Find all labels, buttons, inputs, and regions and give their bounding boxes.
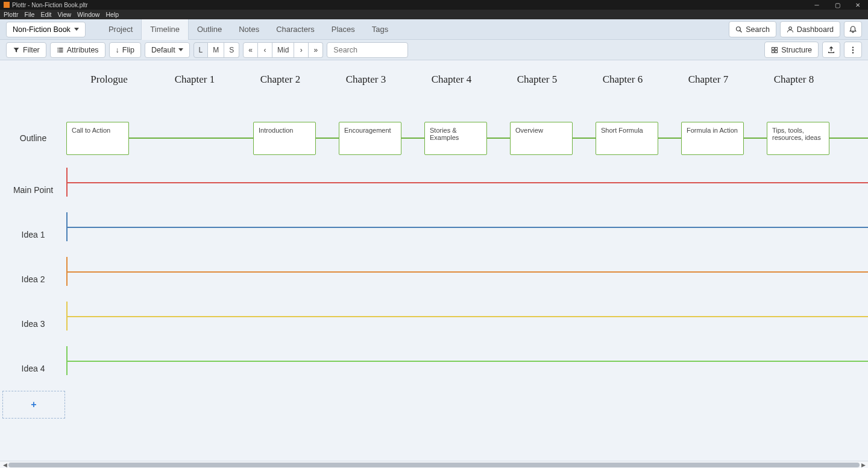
add-plotline-button[interactable]: + [2,391,65,419]
svg-rect-9 [772,47,775,49]
plus-icon: + [31,399,36,410]
card-call-to-action[interactable]: Call to Action [66,122,129,155]
caret-down-icon [178,48,183,51]
book-dropdown[interactable]: Non-Fiction Book [6,22,86,37]
row-outline: Outline Introduction Encouragement Stori… [0,116,868,160]
row-idea-2: Idea 2 [0,257,868,302]
card-encouragement[interactable]: Encouragement [339,122,401,155]
window-maximize-icon[interactable]: ▢ [827,0,848,10]
horizontal-scrollbar[interactable]: ◀ ▶ [0,461,868,468]
svg-rect-11 [772,50,775,52]
col-chapter-2[interactable]: Chapter 2 [237,74,323,86]
card-overview[interactable]: Overview [510,122,573,155]
attributes-button[interactable]: Attributes [50,42,105,58]
nav-first[interactable]: « [243,42,258,58]
filter-button[interactable]: Filter [6,42,46,58]
svg-rect-3 [57,48,58,49]
row-label-idea-3[interactable]: Idea 3 [0,319,66,329]
row-label-outline[interactable]: Outline [0,133,66,143]
list-icon [57,46,64,54]
titlebar: Plottr - Non-Fiction Book.pltr ─ ▢ ✕ [0,0,868,10]
search-button-label: Search [746,25,770,34]
export-button[interactable] [822,42,840,58]
row-label-idea-1[interactable]: Idea 1 [0,230,66,239]
tab-characters[interactable]: Characters [268,19,323,40]
svg-rect-10 [775,47,778,49]
menu-file[interactable]: File [25,11,35,18]
col-chapter-4[interactable]: Chapter 4 [409,74,494,86]
row-idea-1: Idea 1 [0,212,868,257]
size-large[interactable]: L [193,42,209,58]
row-track-main-point[interactable] [66,168,868,212]
nav-prev[interactable]: ‹ [258,42,272,58]
scrollbar-thumb[interactable] [8,463,860,467]
row-track-idea-3[interactable] [66,302,868,346]
caret-down-icon [74,28,79,31]
svg-rect-12 [775,50,778,52]
filter-label: Filter [23,46,40,54]
nav-group: « ‹ Mid › » [243,42,323,58]
size-group: L M S [193,42,240,58]
bell-icon [849,25,857,34]
menu-edit[interactable]: Edit [40,11,51,18]
nav-next[interactable]: › [294,42,309,58]
row-track-idea-1[interactable] [66,212,868,257]
nav-mid[interactable]: Mid [272,42,294,58]
row-label-idea-2[interactable]: Idea 2 [0,274,66,284]
row-track-idea-4[interactable] [66,346,868,391]
menu-plottr[interactable]: Plottr [4,11,19,18]
nav-last[interactable]: » [309,42,323,58]
app-icon [4,2,10,8]
more-button[interactable] [844,42,862,58]
svg-point-14 [852,49,854,50]
scroll-left-icon[interactable]: ◀ [1,462,8,468]
col-chapter-1[interactable]: Chapter 1 [152,74,237,86]
row-label-main-point[interactable]: Main Point [0,185,66,195]
window-close-icon[interactable]: ✕ [848,0,868,10]
svg-line-1 [740,30,742,32]
card-formula-in-action[interactable]: Formula in Action [681,122,744,155]
notifications-button[interactable] [844,21,862,37]
search-button[interactable]: Search [729,21,776,37]
titlebar-text: Plottr - Non-Fiction Book.pltr [12,2,88,8]
svg-rect-8 [59,51,63,52]
tab-timeline[interactable]: Timeline [141,19,189,40]
scroll-right-icon[interactable]: ▶ [860,462,867,468]
svg-rect-4 [59,48,63,49]
row-label-idea-4[interactable]: Idea 4 [0,364,66,373]
window-minimize-icon[interactable]: ─ [807,0,827,10]
tab-outline[interactable]: Outline [189,19,230,40]
svg-rect-5 [57,49,58,51]
timeline-toolbar: Filter Attributes ↓ Flip Default L M S «… [0,40,868,60]
size-medium[interactable]: M [208,42,224,58]
tab-notes[interactable]: Notes [230,19,268,40]
flip-button[interactable]: ↓ Flip [109,42,141,58]
card-tips-tools[interactable]: Tips, tools, resources, ideas [767,122,829,155]
col-chapter-8[interactable]: Chapter 8 [751,74,837,86]
col-chapter-7[interactable]: Chapter 7 [665,74,751,86]
user-icon [787,26,794,33]
col-chapter-5[interactable]: Chapter 5 [494,74,580,86]
row-track-idea-2[interactable] [66,257,868,302]
card-short-formula[interactable]: Short Formula [596,122,658,155]
row-idea-3: Idea 3 [0,302,868,346]
col-prologue[interactable]: Prologue [66,74,152,86]
tab-places[interactable]: Places [323,19,363,40]
svg-point-2 [789,27,792,30]
search-input[interactable] [327,42,408,58]
menubar: Plottr File Edit View Window Help [0,10,868,19]
menu-window[interactable]: Window [77,11,99,18]
col-chapter-6[interactable]: Chapter 6 [580,74,665,86]
layout-dropdown[interactable]: Default [145,42,190,58]
size-small[interactable]: S [224,42,239,58]
card-introduction[interactable]: Introduction [253,122,316,155]
structure-button[interactable]: Structure [764,42,819,58]
tab-tags[interactable]: Tags [363,19,397,40]
tab-project[interactable]: Project [100,19,141,40]
dashboard-button[interactable]: Dashboard [780,21,840,37]
column-headers: Prologue Chapter 1 Chapter 2 Chapter 3 C… [66,74,868,86]
card-stories-examples[interactable]: Stories & Examples [424,122,487,155]
menu-view[interactable]: View [58,11,72,18]
col-chapter-3[interactable]: Chapter 3 [323,74,409,86]
menu-help[interactable]: Help [105,11,119,18]
